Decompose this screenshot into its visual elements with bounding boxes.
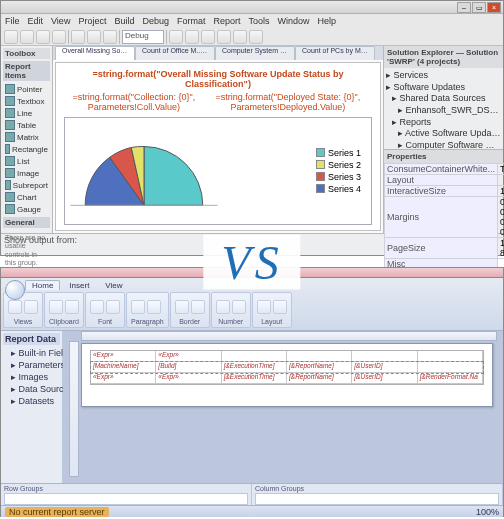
toolbox-item[interactable]: Matrix bbox=[3, 131, 50, 143]
toolbar-button[interactable] bbox=[20, 30, 34, 44]
toolbox-item[interactable]: Line bbox=[3, 107, 50, 119]
row-groups-box[interactable] bbox=[4, 493, 248, 505]
toolbar-button[interactable] bbox=[201, 30, 215, 44]
ribbon-button[interactable] bbox=[90, 300, 104, 314]
max-button[interactable]: ▭ bbox=[472, 2, 486, 13]
tablix-cell[interactable]: [&ReportName] bbox=[287, 362, 352, 372]
menu-window[interactable]: Window bbox=[278, 16, 310, 26]
toolbar-button[interactable] bbox=[169, 30, 183, 44]
property-row[interactable]: InteractiveSize11in, 0in bbox=[385, 186, 505, 197]
design-canvas[interactable]: «Expr»«Expr» [MachineName][Build][&Execu… bbox=[63, 331, 503, 483]
tree-node[interactable]: ▸ Enhansoft_SWR_DS.rds bbox=[386, 105, 501, 117]
tablix-cell[interactable]: [&RenderFormat.Na bbox=[418, 373, 483, 383]
ribbon-button[interactable] bbox=[175, 300, 189, 314]
ribbon-button[interactable] bbox=[65, 300, 79, 314]
tablix-cell[interactable]: «Expr» bbox=[156, 351, 221, 361]
toolbar-button[interactable] bbox=[103, 30, 117, 44]
menu-file[interactable]: File bbox=[5, 16, 20, 26]
server-status[interactable]: No current report server bbox=[5, 507, 109, 517]
document-tab[interactable]: Count of Office M...2010.rdl [Design] bbox=[135, 46, 215, 60]
tablix-row[interactable]: «Expr»«Expr» bbox=[91, 351, 483, 362]
ribbon-button[interactable] bbox=[49, 300, 63, 314]
toolbar-button[interactable] bbox=[233, 30, 247, 44]
ribbon-button[interactable] bbox=[232, 300, 246, 314]
toolbar-button[interactable] bbox=[87, 30, 101, 44]
tablix-cell[interactable]: [&UserID] bbox=[352, 362, 417, 372]
property-row[interactable]: ConsumeContainerWhite...True bbox=[385, 164, 505, 175]
tablix-cell[interactable]: [Build] bbox=[156, 362, 221, 372]
report-param1-expr[interactable]: =string.format("Collection: {0}", Parame… bbox=[64, 93, 204, 113]
toolbox-item[interactable]: List bbox=[3, 155, 50, 167]
tablix-cell[interactable] bbox=[418, 362, 483, 372]
report-title-expr[interactable]: =string.format("Overall Missing Software… bbox=[64, 69, 372, 89]
tree-node[interactable]: ▸ Shared Data Sources bbox=[386, 93, 501, 105]
report-designer[interactable]: =string.format("Overall Missing Software… bbox=[55, 62, 381, 231]
menu-debug[interactable]: Debug bbox=[142, 16, 169, 26]
tablix-cell[interactable]: «Expr» bbox=[91, 373, 156, 383]
menu-help[interactable]: Help bbox=[318, 16, 337, 26]
tablix-row[interactable]: «Expr»«Expr»[&ExecutionTime][&ReportName… bbox=[91, 373, 483, 384]
app-menu-orb[interactable] bbox=[5, 280, 25, 300]
chart-region[interactable]: Series 1Series 2Series 3Series 4 bbox=[64, 117, 372, 225]
ribbon-button[interactable] bbox=[8, 300, 22, 314]
property-row[interactable]: Layout bbox=[385, 175, 505, 186]
ribbon-button[interactable] bbox=[147, 300, 161, 314]
ribbon-button[interactable] bbox=[191, 300, 205, 314]
toolbox-item[interactable]: Table bbox=[3, 119, 50, 131]
tree-node[interactable]: ▸ Reports bbox=[386, 117, 501, 129]
document-tab[interactable]: Overall Missing So...cation.rdl [Design] bbox=[55, 46, 135, 60]
tablix-cell[interactable] bbox=[418, 351, 483, 361]
tablix-cell[interactable] bbox=[222, 351, 287, 361]
report-data-node[interactable]: ▸ Built-in Fields bbox=[3, 347, 60, 359]
report-data-node[interactable]: ▸ Parameters bbox=[3, 359, 60, 371]
tablix-cell[interactable]: [&UserID] bbox=[352, 373, 417, 383]
menu-report[interactable]: Report bbox=[213, 16, 240, 26]
ribbon-button[interactable] bbox=[24, 300, 38, 314]
tablix-cell[interactable]: [&ExecutionTime] bbox=[222, 362, 287, 372]
ribbon-button[interactable] bbox=[131, 300, 145, 314]
menu-build[interactable]: Build bbox=[114, 16, 134, 26]
report-body[interactable]: «Expr»«Expr» [MachineName][Build][&Execu… bbox=[81, 343, 493, 407]
toolbar-button[interactable] bbox=[36, 30, 50, 44]
tablix-cell[interactable]: «Expr» bbox=[91, 351, 156, 361]
tree-node[interactable]: ▸ Software Updates bbox=[386, 82, 501, 94]
tablix-cell[interactable]: [&ReportName] bbox=[287, 373, 352, 383]
tablix-cell[interactable]: «Expr» bbox=[156, 373, 221, 383]
report-param2-expr[interactable]: =string.format("Deployed State: {0}", Pa… bbox=[204, 93, 372, 113]
ribbon-button[interactable] bbox=[257, 300, 271, 314]
menu-edit[interactable]: Edit bbox=[28, 16, 44, 26]
tablix-cell[interactable]: [&ExecutionTime] bbox=[222, 373, 287, 383]
tree-node[interactable]: ▸ Active Software Updates.rdl bbox=[386, 128, 501, 140]
toolbar-button[interactable] bbox=[52, 30, 66, 44]
document-tab[interactable]: Computer System Status.rdl [Design] bbox=[215, 46, 295, 60]
toolbox-item[interactable]: Pointer bbox=[3, 83, 50, 95]
solution-tree[interactable]: ▸ Services▸ Software Updates▸ Shared Dat… bbox=[384, 68, 503, 149]
tablix[interactable]: «Expr»«Expr» [MachineName][Build][&Execu… bbox=[90, 350, 484, 385]
toolbox-item[interactable]: Textbox bbox=[3, 95, 50, 107]
tablix-cell[interactable]: [MachineName] bbox=[91, 362, 156, 372]
toolbox-item[interactable]: Chart bbox=[3, 191, 50, 203]
min-button[interactable]: – bbox=[457, 2, 471, 13]
toolbar-button[interactable] bbox=[217, 30, 231, 44]
ribbon-button[interactable] bbox=[273, 300, 287, 314]
toolbox-item[interactable]: Image bbox=[3, 167, 50, 179]
property-row[interactable]: PageSize11in, 8.5in bbox=[385, 238, 505, 259]
toolbar-button[interactable] bbox=[249, 30, 263, 44]
tablix-cell[interactable] bbox=[287, 351, 352, 361]
toolbar-button[interactable] bbox=[185, 30, 199, 44]
toolbar-button[interactable] bbox=[71, 30, 85, 44]
ribbon-button[interactable] bbox=[106, 300, 120, 314]
menu-tools[interactable]: Tools bbox=[248, 16, 269, 26]
ribbon-button[interactable] bbox=[216, 300, 230, 314]
menu-view[interactable]: View bbox=[51, 16, 70, 26]
report-data-node[interactable]: ▸ Datasets bbox=[3, 395, 60, 407]
toolbar-button[interactable] bbox=[4, 30, 18, 44]
close-button[interactable]: × bbox=[487, 2, 501, 13]
ribbon-tab-view[interactable]: View bbox=[98, 280, 129, 290]
tablix-row[interactable]: [MachineName][Build][&ExecutionTime][&Re… bbox=[91, 362, 483, 373]
tablix-cell[interactable] bbox=[352, 351, 417, 361]
toolbox-item[interactable]: Rectangle bbox=[3, 143, 50, 155]
ribbon-tab-home[interactable]: Home bbox=[25, 280, 60, 290]
document-tab[interactable]: Count of PCs by M_Type.rdl [Design] bbox=[295, 46, 375, 60]
report-data-node[interactable]: ▸ Data Sources bbox=[3, 383, 60, 395]
